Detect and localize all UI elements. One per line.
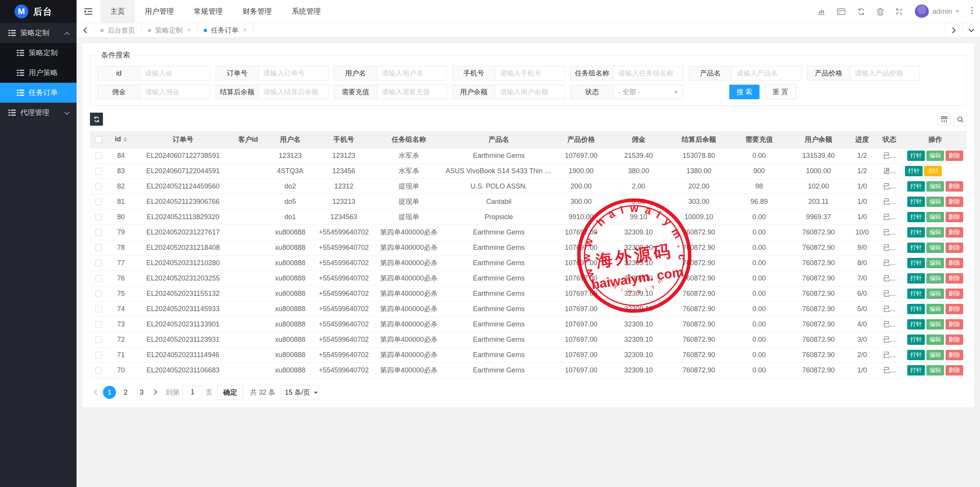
- search-input[interactable]: [258, 66, 328, 80]
- row-checkbox[interactable]: [95, 275, 102, 282]
- delete-button[interactable]: 删除: [946, 319, 963, 330]
- sidebar-item[interactable]: 任务订单: [0, 83, 77, 103]
- sidebar-fold-icon[interactable]: [77, 0, 100, 23]
- delete-button[interactable]: 删除: [946, 181, 963, 192]
- row-checkbox[interactable]: [95, 198, 102, 205]
- delete-button[interactable]: 删除: [946, 197, 963, 207]
- page-number[interactable]: 1: [103, 386, 116, 399]
- trash-icon[interactable]: [877, 8, 884, 16]
- kebab-icon[interactable]: [971, 7, 973, 16]
- edit-button[interactable]: 编辑: [926, 319, 944, 330]
- row-checkbox[interactable]: [95, 367, 102, 374]
- avatar[interactable]: [915, 4, 929, 19]
- delete-button[interactable]: 删除: [946, 273, 963, 284]
- edit-button[interactable]: 编辑: [926, 151, 944, 161]
- topnav-item[interactable]: 财务管理: [233, 0, 282, 23]
- column-header[interactable]: id: [107, 131, 135, 148]
- search-input[interactable]: [732, 66, 802, 80]
- delete-button[interactable]: 删除: [946, 289, 963, 299]
- sort-icon[interactable]: [123, 135, 127, 144]
- refresh-table-button[interactable]: [90, 113, 103, 126]
- row-checkbox[interactable]: [95, 214, 102, 220]
- edit-button[interactable]: 编辑: [926, 350, 944, 360]
- delete-button[interactable]: 删除: [946, 243, 963, 253]
- edit-button[interactable]: 编辑: [926, 258, 944, 268]
- sidebar-group[interactable]: 策略定制: [0, 23, 77, 43]
- search-input[interactable]: [377, 66, 447, 80]
- sidebar-group[interactable]: 代理管理: [0, 103, 77, 123]
- refresh-icon[interactable]: [857, 8, 865, 16]
- inject-button[interactable]: 打针: [907, 197, 925, 207]
- inject-button[interactable]: 打针: [907, 243, 925, 253]
- row-checkbox[interactable]: [95, 336, 102, 343]
- delete-button[interactable]: 删除: [962, 166, 967, 176]
- delete-button[interactable]: 删除: [946, 350, 963, 360]
- page-size-select[interactable]: 15 条/页: [281, 385, 319, 400]
- bar-chart-icon[interactable]: [817, 8, 825, 16]
- inject-button[interactable]: 打针: [907, 304, 925, 314]
- inject-button[interactable]: 打针: [907, 335, 925, 345]
- tab[interactable]: 后台首页: [94, 23, 142, 37]
- tab[interactable]: 策略定制×: [142, 23, 198, 37]
- filter-columns-button[interactable]: [938, 113, 951, 126]
- inject-button[interactable]: 打针: [907, 258, 925, 268]
- row-checkbox[interactable]: [95, 306, 102, 312]
- inject-button[interactable]: 打针: [907, 212, 925, 222]
- edit-button[interactable]: 编辑: [926, 273, 944, 284]
- search-input[interactable]: [140, 66, 210, 80]
- sidebar-item[interactable]: 用户策略: [0, 63, 77, 83]
- row-checkbox[interactable]: [95, 290, 102, 297]
- delete-button[interactable]: 删除: [946, 212, 963, 222]
- delete-button[interactable]: 删除: [946, 365, 963, 375]
- inject-button[interactable]: 打针: [907, 319, 925, 330]
- delete-button[interactable]: 删除: [946, 335, 963, 345]
- delete-button[interactable]: 删除: [946, 258, 963, 268]
- search-input[interactable]: [377, 85, 447, 99]
- user-menu[interactable]: admin: [915, 4, 960, 19]
- search-input[interactable]: [258, 85, 328, 99]
- inject-button[interactable]: 打针: [907, 227, 925, 238]
- row-checkbox[interactable]: [95, 260, 102, 266]
- tabs-scroll-left-icon[interactable]: [77, 23, 94, 37]
- page-next-icon[interactable]: [150, 389, 161, 395]
- row-checkbox[interactable]: [95, 183, 102, 190]
- page-number[interactable]: 2: [119, 386, 132, 399]
- inject-button[interactable]: 打针: [907, 350, 925, 360]
- delete-button[interactable]: 删除: [946, 227, 963, 238]
- row-checkbox[interactable]: [95, 352, 102, 358]
- search-button[interactable]: 搜 索: [729, 85, 760, 99]
- inject-button[interactable]: 打针: [907, 365, 925, 375]
- search-input[interactable]: [613, 66, 683, 80]
- status-select[interactable]: - 全部 -▼: [613, 85, 683, 99]
- topnav-item[interactable]: 主页: [100, 0, 135, 23]
- inject-button[interactable]: 打针: [905, 166, 923, 176]
- row-checkbox[interactable]: [95, 152, 102, 159]
- inject-button[interactable]: 打针: [907, 181, 925, 192]
- jump-confirm-button[interactable]: 确定: [217, 385, 243, 400]
- page-number[interactable]: 3: [135, 386, 148, 399]
- edit-button[interactable]: 编辑: [926, 365, 944, 375]
- freeze-button[interactable]: 冻结: [924, 166, 942, 176]
- inject-button[interactable]: 打针: [907, 151, 925, 161]
- tab-close-icon[interactable]: ×: [187, 26, 191, 34]
- page-prev-icon[interactable]: [90, 389, 101, 395]
- inject-button[interactable]: 打针: [907, 273, 925, 284]
- row-checkbox[interactable]: [95, 244, 102, 251]
- fullscreen-icon[interactable]: [895, 8, 903, 15]
- jump-page-input[interactable]: [183, 385, 203, 399]
- edit-button[interactable]: 编辑: [926, 227, 944, 238]
- delete-button[interactable]: 删除: [946, 151, 963, 161]
- edit-button[interactable]: 编辑: [926, 335, 944, 345]
- row-checkbox[interactable]: [95, 321, 102, 328]
- edit-button[interactable]: 编辑: [926, 181, 944, 192]
- select-all-checkbox[interactable]: [95, 136, 102, 143]
- card-icon[interactable]: [837, 8, 846, 15]
- tab[interactable]: 任务订单×: [198, 23, 253, 37]
- edit-button[interactable]: 编辑: [926, 197, 944, 207]
- search-input[interactable]: [495, 66, 565, 80]
- search-input[interactable]: [495, 85, 565, 99]
- edit-button[interactable]: 编辑: [926, 289, 944, 299]
- topnav-item[interactable]: 系统管理: [282, 0, 331, 23]
- table-search-button[interactable]: [954, 113, 967, 126]
- topnav-item[interactable]: 常规管理: [184, 0, 233, 23]
